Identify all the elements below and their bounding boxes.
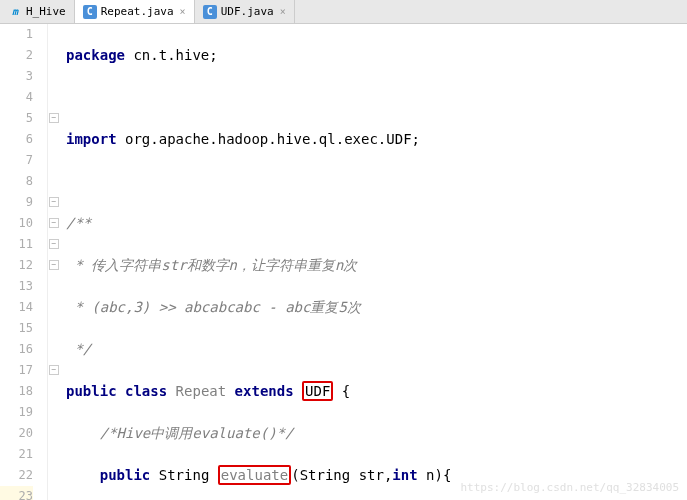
line-number: 9 <box>0 192 33 213</box>
code-line: /** <box>66 213 687 234</box>
line-number: 17 <box>0 360 33 381</box>
tab-label: H_Hive <box>26 5 66 18</box>
tab-label: UDF.java <box>221 5 274 18</box>
code-line: import org.apache.hadoop.hive.ql.exec.UD… <box>66 129 687 150</box>
fold-toggle-icon[interactable]: − <box>49 365 59 375</box>
line-number: 6 <box>0 129 33 150</box>
fold-toggle-icon[interactable]: − <box>49 260 59 270</box>
line-number: 11 <box>0 234 33 255</box>
fold-toggle-icon[interactable]: − <box>49 113 59 123</box>
line-number: 21 <box>0 444 33 465</box>
watermark: https://blog.csdn.net/qq_32834005 <box>460 481 679 494</box>
class-icon: C <box>203 5 217 19</box>
fold-toggle-icon[interactable]: − <box>49 239 59 249</box>
line-number: 15 <box>0 318 33 339</box>
module-icon: m <box>8 5 22 19</box>
line-number: 13 <box>0 276 33 297</box>
code-line: public class Repeat extends UDF { <box>66 381 687 402</box>
line-number: 23 <box>0 486 33 500</box>
line-number: 22 <box>0 465 33 486</box>
line-number: 18 <box>0 381 33 402</box>
code-line: * (abc,3) >> abcabcabc - abc重复5次 <box>66 297 687 318</box>
code-line: package cn.t.hive; <box>66 45 687 66</box>
line-number: 7 <box>0 150 33 171</box>
close-icon[interactable]: × <box>280 6 286 17</box>
code-line <box>66 171 687 192</box>
line-number: 3 <box>0 66 33 87</box>
code-line <box>66 87 687 108</box>
highlighted-udf: UDF <box>302 381 333 401</box>
fold-column: − − − − − − <box>48 24 62 500</box>
highlighted-evaluate: evaluate <box>218 465 291 485</box>
line-number: 14 <box>0 297 33 318</box>
line-number: 16 <box>0 339 33 360</box>
line-number: 19 <box>0 402 33 423</box>
line-number: 1 <box>0 24 33 45</box>
tab-label: Repeat.java <box>101 5 174 18</box>
code-line: * 传入字符串str和数字n，让字符串重复n次 <box>66 255 687 276</box>
fold-toggle-icon[interactable]: − <box>49 197 59 207</box>
line-number: 4 <box>0 87 33 108</box>
line-number: 10 <box>0 213 33 234</box>
fold-toggle-icon[interactable]: − <box>49 218 59 228</box>
tab-repeat[interactable]: C Repeat.java × <box>75 0 195 23</box>
line-number: 12 <box>0 255 33 276</box>
line-number: 2 <box>0 45 33 66</box>
code-area[interactable]: package cn.t.hive; import org.apache.had… <box>62 24 687 500</box>
line-gutter: 1 2 3 4 5 6 7 8 9 10 11 12 13 14 15 16 1… <box>0 24 48 500</box>
tab-udf[interactable]: C UDF.java × <box>195 0 295 23</box>
close-icon[interactable]: × <box>180 6 186 17</box>
line-number: 20 <box>0 423 33 444</box>
code-line: /*Hive中调用evaluate()*/ <box>66 423 687 444</box>
line-number: 5 <box>0 108 33 129</box>
tab-hhive[interactable]: m H_Hive <box>0 0 75 23</box>
editor-tabs: m H_Hive C Repeat.java × C UDF.java × <box>0 0 687 24</box>
code-line: */ <box>66 339 687 360</box>
line-number: 8 <box>0 171 33 192</box>
class-icon: C <box>83 5 97 19</box>
editor-area: 1 2 3 4 5 6 7 8 9 10 11 12 13 14 15 16 1… <box>0 24 687 500</box>
